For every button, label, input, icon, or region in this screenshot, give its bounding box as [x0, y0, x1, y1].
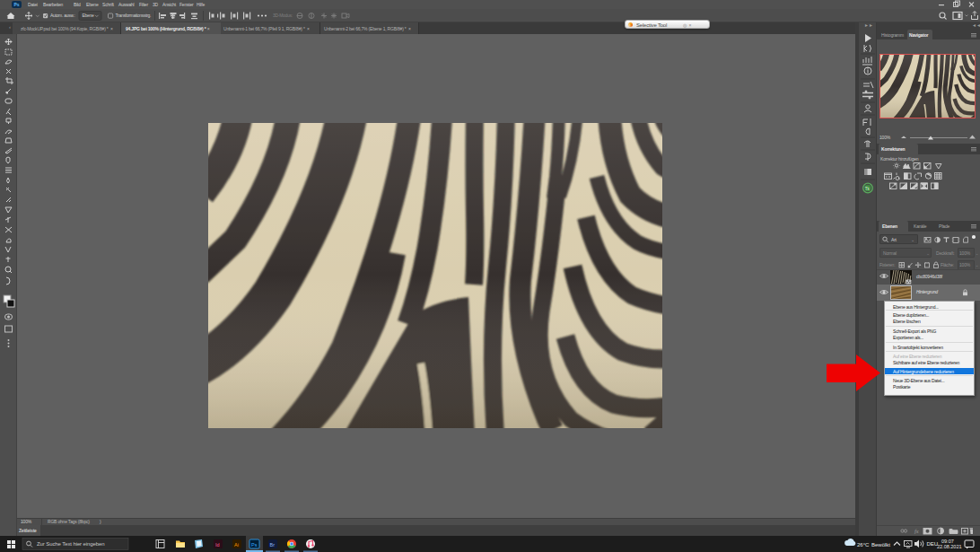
svg-text:Ps: Ps — [251, 542, 258, 548]
svg-text:22.08.2021: 22.08.2021 — [937, 544, 962, 549]
svg-text:Transformationsstrg.: Transformationsstrg. — [116, 13, 152, 18]
svg-text:26°C: 26°C — [857, 542, 870, 548]
svg-text:3D-Modus:: 3D-Modus: — [273, 13, 293, 18]
svg-text:fx: fx — [914, 528, 919, 534]
svg-text:Zur Suche Text hier eingeben: Zur Suche Text hier eingeben — [37, 541, 104, 547]
svg-text:Ebene: Ebene — [83, 13, 94, 18]
svg-text:Autom. ausw.:: Autom. ausw.: — [50, 13, 75, 18]
svg-text:Bewölkt: Bewölkt — [871, 542, 890, 548]
svg-text:Ai: Ai — [234, 542, 239, 548]
svg-text:Id: Id — [215, 542, 220, 548]
svg-text:Br: Br — [270, 542, 276, 548]
svg-text:Tk: Tk — [865, 187, 871, 191]
svg-text:09:07: 09:07 — [941, 539, 954, 544]
